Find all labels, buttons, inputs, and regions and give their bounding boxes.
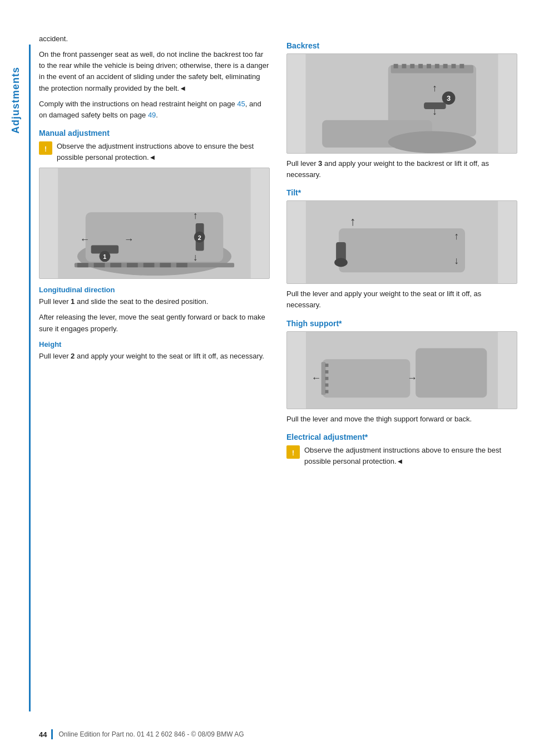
footer-text: Online Edition for Part no. 01 41 2 602 … xyxy=(58,730,244,738)
svg-rect-59 xyxy=(416,348,487,397)
svg-rect-21 xyxy=(160,263,171,268)
svg-rect-56 xyxy=(325,390,329,393)
svg-rect-26 xyxy=(394,64,398,68)
svg-rect-54 xyxy=(325,376,329,380)
svg-text:1: 1 xyxy=(103,254,106,261)
svg-rect-29 xyxy=(418,64,423,68)
svg-point-41 xyxy=(388,131,476,153)
link-page-45[interactable]: 45 xyxy=(237,100,245,108)
svg-rect-52 xyxy=(325,364,329,367)
svg-rect-17 xyxy=(94,263,105,268)
electrical-adjustment-heading: Electrical adjustment* xyxy=(286,433,517,441)
manual-adjustment-image: ← → 1 ↑ ↓ 2 xyxy=(39,168,270,279)
intro-passenger: On the front passenger seat as well, do … xyxy=(39,49,270,94)
svg-point-46 xyxy=(334,258,348,267)
svg-text:←: ← xyxy=(80,234,90,245)
warning-text-electrical: Observe the adjustment instructions abov… xyxy=(304,445,517,467)
svg-text:←: ← xyxy=(312,372,322,383)
svg-rect-39 xyxy=(424,102,446,109)
backrest-image: 3 ↑ ↓ xyxy=(286,53,517,154)
svg-text:↓: ↓ xyxy=(193,252,198,263)
svg-rect-19 xyxy=(127,263,138,268)
manual-adjustment-heading: Manual adjustment xyxy=(39,129,270,138)
svg-rect-31 xyxy=(435,64,439,68)
svg-rect-55 xyxy=(325,383,329,386)
svg-text:2: 2 xyxy=(198,234,201,241)
svg-rect-51 xyxy=(322,362,326,395)
longitudinal-para-1: Pull lever 1 and slide the seat to the d… xyxy=(39,296,270,307)
backrest-heading: Backrest xyxy=(286,41,517,50)
page-number: 44 xyxy=(39,730,47,739)
warning-text-manual: Observe the adjustment instructions abov… xyxy=(57,141,270,163)
height-heading: Height xyxy=(39,340,270,348)
longitudinal-para-2: After releasing the lever, move the seat… xyxy=(39,312,270,334)
svg-text:!: ! xyxy=(292,449,294,457)
right-column: Backrest xyxy=(286,33,517,472)
tilt-image: ↑ ↑ ↓ xyxy=(286,200,517,284)
left-column: accident. On the front passenger seat as… xyxy=(39,33,270,472)
footer-line xyxy=(51,729,53,739)
tilt-para: Pull the lever and apply your weight to … xyxy=(286,288,517,311)
warning-icon-manual: ! xyxy=(39,141,52,155)
svg-rect-28 xyxy=(410,64,414,68)
svg-text:3: 3 xyxy=(447,94,451,102)
blue-border xyxy=(29,45,31,711)
intro-comply: Comply with the instructions on head res… xyxy=(39,99,270,121)
svg-rect-30 xyxy=(427,64,431,68)
manual-adjustment-warning: ! Observe the adjustment instructions ab… xyxy=(39,141,270,163)
footer: 44 Online Edition for Part no. 01 41 2 6… xyxy=(0,729,534,739)
tilt-heading: Tilt* xyxy=(286,188,517,197)
svg-text:→: → xyxy=(124,234,134,245)
main-content: accident. On the front passenger seat as… xyxy=(39,33,517,472)
svg-rect-20 xyxy=(144,263,155,268)
svg-rect-22 xyxy=(176,263,187,268)
svg-rect-50 xyxy=(323,359,411,397)
electrical-adjustment-warning: ! Observe the adjustment instructions ab… xyxy=(286,445,517,467)
svg-rect-32 xyxy=(443,64,448,68)
height-para: Pull lever 2 and apply your weight to th… xyxy=(39,351,270,362)
thigh-support-para: Pull the lever and move the thigh suppor… xyxy=(286,414,517,425)
thigh-support-heading: Thigh support* xyxy=(286,319,517,328)
link-page-49[interactable]: 49 xyxy=(148,111,156,119)
svg-rect-18 xyxy=(110,263,121,268)
svg-text:↑: ↑ xyxy=(350,215,356,229)
thigh-support-image: ← → xyxy=(286,331,517,409)
svg-rect-27 xyxy=(402,64,407,68)
svg-text:↑: ↑ xyxy=(432,82,437,94)
warning-icon-electrical: ! xyxy=(286,445,300,459)
svg-text:↓: ↓ xyxy=(454,256,459,267)
svg-rect-34 xyxy=(459,64,464,68)
page-container: Adjustments accident. On the front passe… xyxy=(0,0,534,756)
svg-rect-16 xyxy=(77,263,88,268)
svg-text:↑: ↑ xyxy=(193,210,198,221)
longitudinal-direction-heading: Longitudinal direction xyxy=(39,286,270,294)
svg-text:!: ! xyxy=(44,145,47,153)
svg-text:↑: ↑ xyxy=(454,230,459,242)
backrest-para: Pull lever 3 and apply your weight to th… xyxy=(286,158,517,180)
svg-rect-53 xyxy=(325,370,329,374)
svg-rect-43 xyxy=(339,229,465,273)
intro-accident: accident. xyxy=(39,33,270,45)
svg-rect-33 xyxy=(452,64,456,68)
sidebar-label: Adjustments xyxy=(10,67,22,134)
